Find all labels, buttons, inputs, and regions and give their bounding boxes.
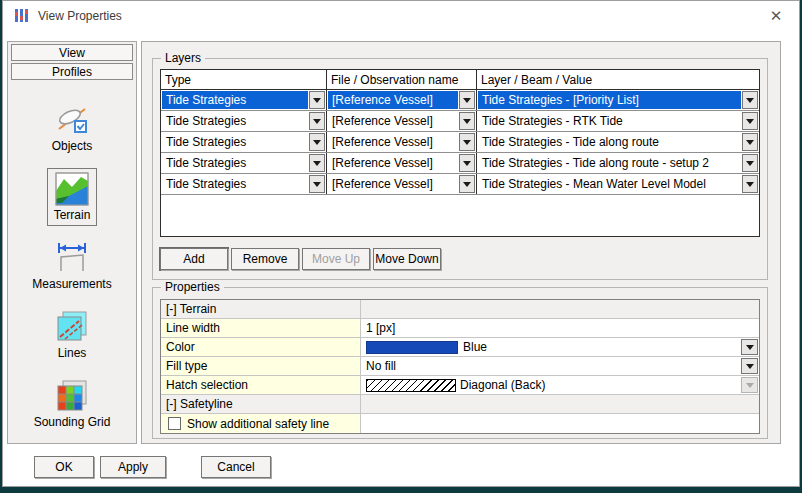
type-combo[interactable]: Tide Strategies <box>162 154 325 172</box>
sidebar-item-label: Lines <box>58 346 87 360</box>
property-row-line-width: Line width 1 [px] <box>161 319 759 338</box>
layer-combo[interactable]: Tide Strategies - Mean Water Level Model <box>478 175 758 193</box>
add-button[interactable]: Add <box>160 248 228 270</box>
type-combo[interactable]: Tide Strategies <box>162 91 325 109</box>
remove-button[interactable]: Remove <box>231 248 299 270</box>
move-up-button[interactable]: Move Up <box>302 248 370 270</box>
chevron-down-icon[interactable] <box>742 133 758 151</box>
property-row-fill-type: Fill type No fill <box>161 357 759 376</box>
chevron-down-icon[interactable] <box>742 91 758 109</box>
properties-groupbox: Properties [-] Terrain Line width 1 [px]… <box>152 287 768 439</box>
title-bar: View Properties ✕ <box>3 1 799 31</box>
hatch-value-label: Diagonal (Back) <box>460 378 545 392</box>
color-value-label: Blue <box>463 340 487 354</box>
column-header-type: Type <box>161 70 327 89</box>
property-section-safetyline[interactable]: [-] Safetyline <box>161 395 759 414</box>
line-width-value[interactable]: 1 [px] <box>361 319 759 337</box>
sidebar-item-terrain[interactable]: Terrain <box>47 168 98 226</box>
close-icon[interactable]: ✕ <box>763 5 789 27</box>
property-grid: [-] Terrain Line width 1 [px] Color Blue <box>160 299 760 434</box>
chevron-down-icon[interactable] <box>742 112 758 130</box>
lines-icon <box>54 310 90 344</box>
property-row-show-additional-safety-line: Show additional safety line <box>161 414 759 433</box>
layer-buttons: Add Remove Move Up Move Down <box>160 248 441 270</box>
hatch-pattern-swatch <box>366 379 456 392</box>
chevron-down-icon[interactable] <box>309 91 325 109</box>
chevron-down-icon[interactable] <box>459 154 475 172</box>
measurements-icon <box>54 241 90 275</box>
chevron-down-icon[interactable] <box>309 154 325 172</box>
chevron-down-icon[interactable] <box>309 133 325 151</box>
sidebar-items: Objects Terrain <box>8 88 136 433</box>
chevron-down-icon[interactable] <box>742 175 758 193</box>
layer-row: Tide Strategies [Reference Vessel] Tide … <box>161 174 759 195</box>
type-combo[interactable]: Tide Strategies <box>162 175 325 193</box>
layers-table-header: Type File / Observation name Layer / Bea… <box>161 70 759 90</box>
property-row-color: Color Blue <box>161 338 759 357</box>
sounding-grid-icon <box>54 379 90 413</box>
color-swatch <box>366 341 458 354</box>
sidebar: View Profiles Objects <box>7 41 137 444</box>
layer-combo[interactable]: Tide Strategies - Tide along route <box>478 133 758 151</box>
layer-combo[interactable]: Tide Strategies - Tide along route - set… <box>478 154 758 172</box>
layers-table-empty-area <box>161 195 759 236</box>
type-combo[interactable]: Tide Strategies <box>162 112 325 130</box>
chevron-down-icon <box>741 377 758 393</box>
column-header-layer: Layer / Beam / Value <box>477 70 759 89</box>
column-header-file: File / Observation name <box>327 70 477 89</box>
layers-table: Type File / Observation name Layer / Bea… <box>160 69 760 237</box>
chevron-down-icon[interactable] <box>309 175 325 193</box>
chevron-down-icon[interactable] <box>741 339 758 355</box>
layer-combo[interactable]: Tide Strategies - RTK Tide <box>478 112 758 130</box>
chevron-down-icon[interactable] <box>742 154 758 172</box>
chevron-down-icon[interactable] <box>459 175 475 193</box>
hatch-selection-value[interactable]: Diagonal (Back) <box>361 376 759 394</box>
layers-group-label: Layers <box>161 51 205 65</box>
property-row-hatch-selection: Hatch selection Diagonal (Back) <box>161 376 759 395</box>
layers-groupbox: Layers Type File / Observation name Laye… <box>152 58 768 280</box>
terrain-icon <box>54 172 90 206</box>
layer-combo[interactable]: Tide Strategies - [Priority List] <box>478 91 758 109</box>
sidebar-item-label: Terrain <box>54 208 91 222</box>
screen: View Properties ✕ View Profiles <box>0 0 802 493</box>
tab-profiles[interactable]: Profiles <box>11 63 133 80</box>
file-combo[interactable]: [Reference Vessel] <box>328 133 475 151</box>
sidebar-item-label: Measurements <box>32 277 111 291</box>
chevron-down-icon[interactable] <box>459 91 475 109</box>
sidebar-item-label: Sounding Grid <box>34 415 111 429</box>
cancel-button[interactable]: Cancel <box>201 456 271 478</box>
move-down-button[interactable]: Move Down <box>373 248 441 270</box>
sidebar-item-label: Objects <box>52 139 93 153</box>
file-combo[interactable]: [Reference Vessel] <box>328 154 475 172</box>
file-combo[interactable]: [Reference Vessel] <box>328 175 475 193</box>
sidebar-item-sounding-grid[interactable]: Sounding Grid <box>27 375 118 433</box>
sidebar-item-objects[interactable]: Objects <box>45 99 100 157</box>
objects-icon <box>54 103 90 137</box>
tab-view[interactable]: View <box>11 44 133 61</box>
app-icon <box>13 8 29 24</box>
color-value[interactable]: Blue <box>361 338 759 356</box>
properties-group-label: Properties <box>161 280 224 294</box>
chevron-down-icon[interactable] <box>459 133 475 151</box>
sidebar-item-measurements[interactable]: Measurements <box>25 237 118 295</box>
type-combo[interactable]: Tide Strategies <box>162 133 325 151</box>
sidebar-item-lines[interactable]: Lines <box>47 306 97 364</box>
property-section-terrain[interactable]: [-] Terrain <box>161 300 759 319</box>
layer-row: Tide Strategies [Reference Vessel] Tide … <box>161 153 759 174</box>
main-panel: Layers Type File / Observation name Laye… <box>141 41 781 444</box>
file-combo[interactable]: [Reference Vessel] <box>328 91 475 109</box>
checkbox-label: Show additional safety line <box>187 417 329 431</box>
file-combo[interactable]: [Reference Vessel] <box>328 112 475 130</box>
ok-button[interactable]: OK <box>34 456 94 478</box>
layer-row: Tide Strategies [Reference Vessel] Tide … <box>161 111 759 132</box>
layer-row: Tide Strategies [Reference Vessel] Tide … <box>161 90 759 111</box>
window-title: View Properties <box>38 9 122 23</box>
fill-type-value-label: No fill <box>366 359 396 373</box>
chevron-down-icon[interactable] <box>741 358 758 374</box>
chevron-down-icon[interactable] <box>309 112 325 130</box>
show-additional-safety-line-checkbox[interactable] <box>168 417 181 430</box>
fill-type-value[interactable]: No fill <box>361 357 759 375</box>
view-properties-dialog: View Properties ✕ View Profiles <box>2 0 800 487</box>
chevron-down-icon[interactable] <box>459 112 475 130</box>
apply-button[interactable]: Apply <box>100 456 166 478</box>
